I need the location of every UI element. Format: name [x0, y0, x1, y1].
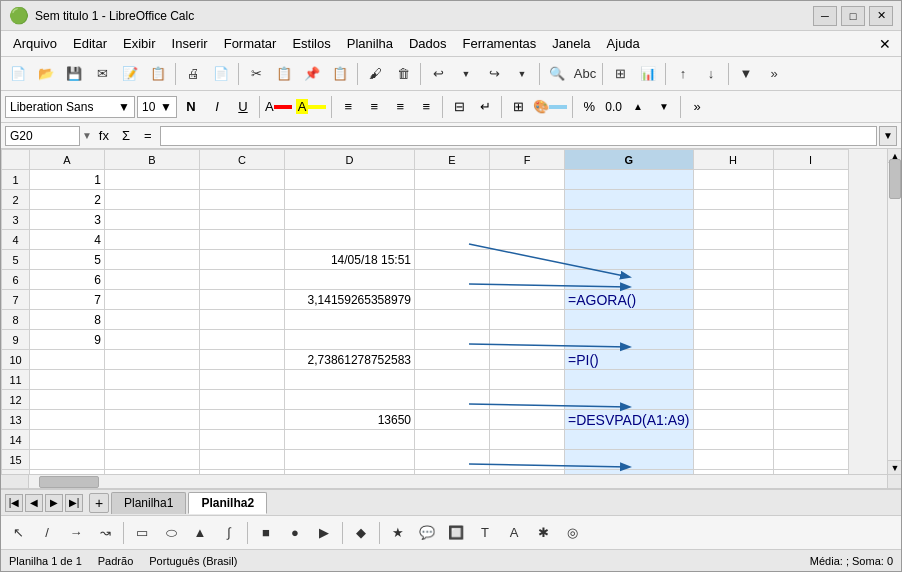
edit-file-button[interactable]: 📝 [117, 61, 143, 87]
cell-H3[interactable] [693, 210, 773, 230]
menu-formatar[interactable]: Formatar [216, 34, 285, 53]
cell-F1[interactable] [490, 170, 565, 190]
row-header-2[interactable]: 2 [2, 190, 30, 210]
cell-H5[interactable] [693, 250, 773, 270]
cell-A7[interactable]: 7 [30, 290, 105, 310]
menu-planilha[interactable]: Planilha [339, 34, 401, 53]
more-button[interactable]: » [761, 61, 787, 87]
triangle-tool[interactable]: ▲ [187, 520, 213, 546]
background-button[interactable]: 🎨 [532, 96, 568, 118]
cell-C10[interactable] [200, 350, 285, 370]
cell-A13[interactable] [30, 410, 105, 430]
cell-I9[interactable] [773, 330, 848, 350]
cell-D2[interactable] [285, 190, 415, 210]
filter-button[interactable]: ▼ [733, 61, 759, 87]
cell-F5[interactable] [490, 250, 565, 270]
row-header-3[interactable]: 3 [2, 210, 30, 230]
find-button[interactable]: 🔍 [544, 61, 570, 87]
cell-C1[interactable] [200, 170, 285, 190]
points-tool[interactable]: ✱ [530, 520, 556, 546]
cell-C4[interactable] [200, 230, 285, 250]
line-tool[interactable]: / [34, 520, 60, 546]
col-header-E[interactable]: E [415, 150, 490, 170]
cell-G7[interactable]: =AGORA() [565, 290, 694, 310]
cell-H9[interactable] [693, 330, 773, 350]
cell-B6[interactable] [105, 270, 200, 290]
maximize-button[interactable]: □ [841, 6, 865, 26]
format-paint-button[interactable]: 🖌 [362, 61, 388, 87]
cell-G6[interactable] [565, 270, 694, 290]
cell-F6[interactable] [490, 270, 565, 290]
add-sheet-button[interactable]: + [89, 493, 109, 513]
cell-B9[interactable] [105, 330, 200, 350]
cell-E12[interactable] [415, 390, 490, 410]
scroll-thumb-horizontal[interactable] [39, 476, 99, 488]
ellipse-tool[interactable]: ⬭ [158, 520, 184, 546]
tab-nav-first[interactable]: |◀ [5, 494, 23, 512]
cell-H1[interactable] [693, 170, 773, 190]
borders-button[interactable]: ⊞ [506, 96, 530, 118]
cell-A14[interactable] [30, 430, 105, 450]
cell-D9[interactable] [285, 330, 415, 350]
cell-B12[interactable] [105, 390, 200, 410]
callout-tool[interactable]: 💬 [414, 520, 440, 546]
cell-I13[interactable] [773, 410, 848, 430]
tab-nav-next[interactable]: ▶ [45, 494, 63, 512]
cell-B15[interactable] [105, 450, 200, 470]
toggle-print-button[interactable]: 📄 [208, 61, 234, 87]
cell-G3[interactable] [565, 210, 694, 230]
col-header-D[interactable]: D [285, 150, 415, 170]
filled-rect-tool[interactable]: ■ [253, 520, 279, 546]
paste-button[interactable]: 📌 [299, 61, 325, 87]
cell-A2[interactable]: 2 [30, 190, 105, 210]
cell-I3[interactable] [773, 210, 848, 230]
cell-A1[interactable]: 1 [30, 170, 105, 190]
sort-desc-button[interactable]: ↓ [698, 61, 724, 87]
cell-F7[interactable] [490, 290, 565, 310]
gluepoints-tool[interactable]: ◎ [559, 520, 585, 546]
undo-button[interactable]: ↩ [425, 61, 451, 87]
col-header-F[interactable]: F [490, 150, 565, 170]
font-name-box[interactable]: Liberation Sans ▼ [5, 96, 135, 118]
cell-B1[interactable] [105, 170, 200, 190]
fontwork-tool[interactable]: A [501, 520, 527, 546]
row-header-13[interactable]: 13 [2, 410, 30, 430]
cell-G8[interactable] [565, 310, 694, 330]
cell-G14[interactable] [565, 430, 694, 450]
cell-E5[interactable] [415, 250, 490, 270]
cell-C15[interactable] [200, 450, 285, 470]
cell-B4[interactable] [105, 230, 200, 250]
scroll-thumb-vertical[interactable] [889, 159, 901, 199]
row-header-6[interactable]: 6 [2, 270, 30, 290]
row-header-1[interactable]: 1 [2, 170, 30, 190]
cut-button[interactable]: ✂ [243, 61, 269, 87]
underline-button[interactable]: U [231, 96, 255, 118]
cell-H7[interactable] [693, 290, 773, 310]
cell-E7[interactable] [415, 290, 490, 310]
email-button[interactable]: ✉ [89, 61, 115, 87]
row-header-15[interactable]: 15 [2, 450, 30, 470]
menu-ajuda[interactable]: Ajuda [599, 34, 648, 53]
cell-E10[interactable] [415, 350, 490, 370]
font-size-chevron[interactable]: ▼ [160, 100, 172, 114]
sheet-tab-planilha2[interactable]: Planilha2 [188, 492, 267, 514]
cell-B3[interactable] [105, 210, 200, 230]
merge-button[interactable]: ⊟ [447, 96, 471, 118]
select-tool[interactable]: ↖ [5, 520, 31, 546]
cell-A8[interactable]: 8 [30, 310, 105, 330]
align-right-button[interactable]: ≡ [388, 96, 412, 118]
horizontal-scrollbar[interactable] [29, 474, 887, 488]
wrap-button[interactable]: ↵ [473, 96, 497, 118]
insert-table-button[interactable]: ⊞ [607, 61, 633, 87]
cell-D5[interactable]: 14/05/18 15:51 [285, 250, 415, 270]
sigma-button[interactable]: Σ [116, 126, 136, 146]
cell-C5[interactable] [200, 250, 285, 270]
cell-A3[interactable]: 3 [30, 210, 105, 230]
col-header-A[interactable]: A [30, 150, 105, 170]
cell-A10[interactable] [30, 350, 105, 370]
cell-D14[interactable] [285, 430, 415, 450]
scroll-down-button[interactable]: ▼ [888, 460, 901, 474]
row-header-5[interactable]: 5 [2, 250, 30, 270]
save-button[interactable]: 💾 [61, 61, 87, 87]
col-header-H[interactable]: H [693, 150, 773, 170]
